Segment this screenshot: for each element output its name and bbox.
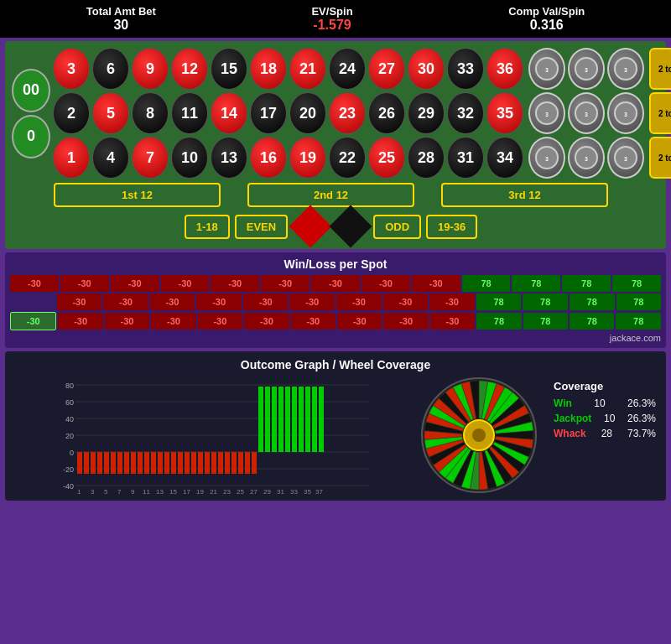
- black-diamond-area[interactable]: [333, 210, 368, 242]
- second-dozen-btn[interactable]: 2nd 12: [247, 183, 414, 207]
- row-bot: 1 4 7 10 13 16 19 22: [53, 137, 366, 179]
- svg-rect-59: [258, 387, 263, 452]
- third-dozen-btn[interactable]: 3rd 12: [441, 183, 608, 207]
- num-16[interactable]: 16: [250, 137, 287, 179]
- svg-rect-39: [124, 452, 129, 474]
- outcome-graph: 80 60 40 20 0 -20 -40: [12, 377, 408, 494]
- num-8[interactable]: 8: [132, 92, 169, 134]
- chip-6[interactable]: 3: [568, 137, 605, 179]
- wl-cell: -30: [150, 293, 195, 310]
- low-bet-btn[interactable]: 1-18: [185, 215, 230, 239]
- svg-text:23: 23: [223, 488, 231, 494]
- num-21[interactable]: 21: [289, 48, 326, 90]
- chip-7[interactable]: 3: [607, 48, 644, 90]
- chip-5[interactable]: 3: [568, 92, 605, 134]
- svg-rect-60: [265, 387, 270, 452]
- chip-3[interactable]: 3: [528, 137, 565, 179]
- chip-1[interactable]: 3: [528, 48, 565, 90]
- wl-cell: -30: [429, 293, 475, 310]
- num-27[interactable]: 27: [368, 48, 405, 90]
- num-17[interactable]: 17: [250, 92, 287, 134]
- even-bet-btn[interactable]: EVEN: [235, 215, 288, 239]
- svg-text:29: 29: [263, 488, 271, 494]
- svg-text:35: 35: [304, 488, 311, 494]
- num-25[interactable]: 25: [368, 137, 405, 179]
- whack-pct: 73.7%: [627, 428, 656, 439]
- num-14[interactable]: 14: [211, 92, 247, 134]
- svg-rect-33: [84, 452, 89, 474]
- num-22[interactable]: 22: [329, 137, 366, 179]
- num-30[interactable]: 30: [408, 48, 445, 90]
- svg-point-90: [472, 428, 486, 442]
- chip-8[interactable]: 3: [607, 92, 644, 134]
- svg-rect-64: [292, 387, 297, 452]
- num-9[interactable]: 9: [132, 48, 169, 90]
- svg-rect-68: [319, 387, 324, 452]
- chip-4[interactable]: 3: [568, 48, 605, 90]
- num-7[interactable]: 7: [132, 137, 169, 179]
- num-28[interactable]: 28: [408, 137, 445, 179]
- outside-bets-row: 1-18 EVEN ODD 19-36: [54, 210, 659, 242]
- num-12[interactable]: 12: [171, 48, 208, 90]
- first-dozen-btn[interactable]: 1st 12: [54, 183, 221, 207]
- odd-bet-btn[interactable]: ODD: [373, 215, 421, 239]
- high-bet-btn[interactable]: 19-36: [426, 215, 477, 239]
- num-20[interactable]: 20: [289, 92, 326, 134]
- wl-cell: 78: [476, 293, 522, 310]
- side-bet-2[interactable]: 2 to 1: [649, 92, 671, 134]
- side-bet-3[interactable]: 2 to 1: [649, 137, 671, 179]
- ev-spin-value: -1.579: [311, 18, 352, 33]
- row-top: 3 6 9 12 15 18 21 24: [53, 48, 366, 90]
- num-34[interactable]: 34: [486, 137, 523, 179]
- num-18[interactable]: 18: [250, 48, 287, 90]
- num-19[interactable]: 19: [289, 137, 326, 179]
- num-2[interactable]: 2: [53, 92, 90, 134]
- num-6[interactable]: 6: [92, 48, 129, 90]
- num-32[interactable]: 32: [447, 92, 484, 134]
- num-36[interactable]: 36: [486, 48, 523, 90]
- svg-text:3: 3: [545, 156, 549, 162]
- wl-cell: -30: [383, 313, 428, 330]
- num-1[interactable]: 1: [53, 137, 90, 179]
- svg-text:1: 1: [77, 488, 81, 494]
- svg-rect-55: [231, 452, 237, 474]
- wl-cell: -30: [60, 275, 109, 292]
- num-24[interactable]: 24: [329, 48, 366, 90]
- chip-9[interactable]: 3: [607, 137, 644, 179]
- num-5[interactable]: 5: [92, 92, 129, 134]
- svg-rect-49: [191, 452, 196, 474]
- comp-val-value: 0.316: [508, 18, 585, 33]
- num-33[interactable]: 33: [447, 48, 484, 90]
- num-13[interactable]: 13: [211, 137, 247, 179]
- num-31[interactable]: 31: [447, 137, 484, 179]
- num-4[interactable]: 4: [92, 137, 129, 179]
- svg-text:0: 0: [70, 449, 74, 457]
- num-10[interactable]: 10: [171, 137, 208, 179]
- svg-text:13: 13: [156, 488, 164, 494]
- red-diamond-area[interactable]: [293, 210, 328, 242]
- single-zero[interactable]: 0: [12, 115, 50, 158]
- wl-cell: 78: [570, 293, 615, 310]
- side-bet-1[interactable]: 2 to 1: [649, 48, 671, 90]
- num-3[interactable]: 3: [53, 48, 90, 90]
- row-bot-b: 25 28 31 34: [368, 137, 523, 179]
- svg-text:7: 7: [117, 488, 122, 494]
- red-diamond-icon: [289, 205, 332, 248]
- num-11[interactable]: 11: [171, 92, 208, 134]
- main-numbers: 3 6 9 12 15 18 21 24 2 5 8 11 14 17 20 2…: [53, 48, 366, 179]
- svg-text:15: 15: [169, 488, 177, 494]
- num-29[interactable]: 29: [408, 92, 445, 134]
- num-35[interactable]: 35: [486, 92, 523, 134]
- wl-bet-cell: -30: [10, 312, 56, 330]
- wl-cell: -30: [196, 293, 242, 310]
- num-23[interactable]: 23: [329, 92, 366, 134]
- svg-text:60: 60: [65, 398, 74, 407]
- double-zero[interactable]: 00: [12, 69, 50, 112]
- chip-2[interactable]: 3: [528, 92, 565, 134]
- svg-rect-50: [198, 452, 203, 474]
- watermark: jackace.com: [10, 333, 661, 343]
- num-15[interactable]: 15: [211, 48, 247, 90]
- num-26[interactable]: 26: [368, 92, 405, 134]
- svg-rect-63: [285, 387, 290, 452]
- wl-cell: -30: [10, 275, 59, 292]
